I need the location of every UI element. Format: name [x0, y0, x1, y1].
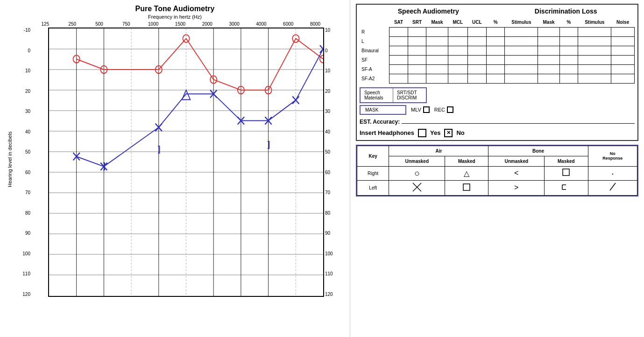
left-air-unmasked	[389, 180, 445, 195]
left-row: Left >	[357, 180, 637, 195]
air-header: Air	[389, 146, 488, 156]
no-response-header: NoResponse	[588, 146, 637, 166]
left-bone-masked	[545, 180, 588, 195]
x-axis-top: 125 250 500 750 1000 1500 2000 3000 4000…	[15, 21, 343, 27]
svg-rect-41	[463, 184, 470, 190]
est-accuracy-label: EST. Accuracy:	[360, 119, 400, 125]
key-header: Key	[357, 146, 389, 166]
insert-headphones-label: Insert Headphones	[360, 129, 414, 136]
left-label: Left	[357, 180, 389, 195]
x-tick-2000: 2000	[194, 21, 221, 27]
left-panel: Pure Tone Audiometry Frequency in hertz …	[0, 0, 350, 337]
mlv-label: MLV	[411, 107, 421, 112]
x-tick-4000: 4000	[248, 21, 275, 27]
speech-materials-cell: SpeechMaterials	[361, 88, 393, 102]
right-no-response: ·	[588, 166, 637, 180]
rec-checkbox[interactable]	[447, 106, 453, 113]
no-checkbox[interactable]: ✕	[444, 129, 453, 137]
section-headers: Speech Audiometry Discrimination Loss	[360, 7, 635, 15]
speech-audiometry-section: Speech Audiometry Discrimination Loss SA…	[356, 4, 638, 141]
bone-left-bracket-750: ]	[158, 144, 160, 154]
chart-title: Pure Tone Audiometry	[7, 5, 343, 13]
air-unmasked-header: Unmasked	[389, 156, 445, 166]
y-axis-right: 10 0 10 20 30 40 50 60 70 80 90 100 110 …	[324, 28, 343, 297]
sm-inner: SpeechMaterials SRT/SDTDISCRIM	[360, 87, 427, 103]
row-label-R: R	[360, 27, 389, 36]
bone-masked-header: Masked	[545, 156, 588, 166]
right-panel: Speech Audiometry Discrimination Loss SA…	[350, 0, 644, 337]
chart-subtitle: Frequency in hertz (Hz)	[7, 14, 343, 20]
x-tick-750: 750	[113, 21, 140, 27]
rec-group: REC	[434, 106, 453, 113]
chart-wrapper: 125 250 500 750 1000 1500 2000 3000 4000…	[15, 21, 343, 297]
key-table: Key Air Bone NoResponse Unmasked Masked …	[357, 146, 637, 196]
mask-box: MASK	[360, 105, 406, 115]
right-label: Right	[357, 166, 389, 180]
bone-unmasked-header: Unmasked	[488, 156, 545, 166]
speech-audiometry-table: SAT SRT Mask MCL UCL % Stimulus Mask % S…	[360, 18, 635, 84]
bone-right-bracket-500: ]	[103, 161, 106, 170]
discrimination-loss-title: Discrimination Loss	[497, 7, 635, 15]
x-tick-6000: 6000	[275, 21, 302, 27]
row-label-L: L	[360, 36, 389, 46]
audiogram-svg: ] ] ]	[49, 28, 323, 296]
svg-rect-38	[563, 169, 569, 176]
table-row-L: L	[360, 36, 635, 46]
x-tick-8000: 8000	[302, 21, 329, 27]
bone-header: Bone	[488, 146, 588, 156]
insert-headphones-row: Insert Headphones Yes ✕ No	[360, 129, 635, 137]
left-bone-unmasked: >	[488, 180, 545, 195]
key-section: Key Air Bone NoResponse Unmasked Masked …	[356, 145, 638, 197]
chart-area: Hearing level in decibels 125 250 500 75…	[7, 21, 343, 297]
svg-line-45	[610, 183, 616, 190]
accuracy-line	[402, 123, 635, 124]
mask-row: MASK MLV REC	[360, 105, 635, 115]
row-label-SF: SF	[360, 55, 389, 64]
x-tick-500: 500	[86, 21, 113, 27]
row-label-SFA2: SF-A2	[360, 74, 389, 83]
y-axis-label: Hearing level in decibels	[7, 21, 15, 297]
speech-audiometry-title: Speech Audiometry	[360, 7, 497, 15]
x-tick-125: 125	[32, 21, 59, 27]
right-air-unmasked: ○	[389, 166, 445, 180]
srt-sdt-cell: SRT/SDTDISCRIM	[393, 88, 426, 102]
mlv-checkbox[interactable]	[423, 106, 430, 113]
air-masked-header: Masked	[445, 156, 488, 166]
right-bone-unmasked: <	[488, 166, 545, 180]
table-row-SFA: SF-A	[360, 64, 635, 74]
est-accuracy-row: EST. Accuracy:	[360, 119, 635, 125]
row-label-binaural: Binaural	[360, 46, 389, 55]
x-tick-1000: 1000	[140, 21, 167, 27]
x-tick-250: 250	[59, 21, 86, 27]
left-ear-line	[77, 49, 323, 167]
yes-checkbox[interactable]	[418, 129, 426, 137]
table-row-SFA2: SF-A2	[360, 74, 635, 83]
svg-marker-27	[182, 90, 191, 99]
y-axis-left: -10 0 10 20 30 40 50 60 70 80 90 100 110…	[15, 28, 32, 297]
right-ear-line	[77, 38, 323, 90]
right-bone-masked	[545, 166, 588, 180]
no-label: No	[456, 129, 464, 136]
speech-materials-box: SpeechMaterials SRT/SDTDISCRIM	[360, 87, 635, 103]
yes-label: Yes	[430, 129, 440, 136]
x-tick-3000: 3000	[221, 21, 248, 27]
right-air-masked: △	[445, 166, 488, 180]
right-row: Right ○ △ < ·	[357, 166, 637, 180]
x-tick-1500: 1500	[167, 21, 194, 27]
table-row-SF: SF	[360, 55, 635, 64]
table-row-binaural: Binaural	[360, 46, 635, 55]
mlv-group: MLV	[411, 106, 430, 113]
rec-label: REC	[434, 107, 445, 112]
row-label-SFA: SF-A	[360, 64, 389, 74]
audiogram-graph: ] ] ]	[48, 28, 324, 297]
left-no-response	[588, 180, 637, 195]
bone-right-bracket-4000: ]	[268, 139, 270, 149]
left-air-masked	[445, 180, 488, 195]
table-row-R: R	[360, 27, 635, 36]
